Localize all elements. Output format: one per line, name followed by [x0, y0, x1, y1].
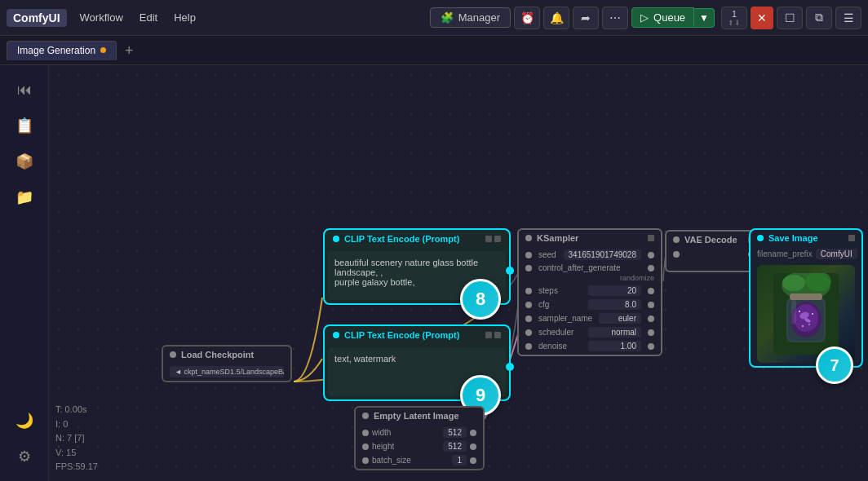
ksampler-port-seed: [525, 252, 532, 258]
add-tab-button[interactable]: +: [120, 43, 139, 58]
tab-image-generation[interactable]: Image Generation: [7, 41, 117, 60]
vae-decode-node[interactable]: VAE Decode: [665, 230, 763, 272]
status-v: V: 15: [55, 446, 98, 461]
latent-image-node[interactable]: Empty Latent Image width 512 height 512: [354, 406, 485, 470]
queue-count: 1 ⬆⬇: [721, 7, 747, 29]
latent-row-width: width 512: [356, 426, 483, 439]
latent-header: Empty Latent Image: [356, 408, 483, 424]
save-badge: 7: [816, 346, 853, 384]
queue-group: ▷ Queue ▼: [631, 7, 715, 28]
ksampler-port-control: [525, 265, 532, 271]
checkpoint-header: Load Checkpoint: [163, 346, 290, 363]
save-header: Save Image: [751, 230, 861, 246]
ksampler-row-scheduler: scheduler normal: [519, 325, 661, 339]
svg-point-14: [808, 324, 810, 325]
clip2-out-port: [506, 363, 514, 371]
clip2-top-port2: [494, 332, 501, 338]
ksampler-body: seed 341651901749028 control_after_gener…: [519, 246, 661, 355]
vae-in-port: [673, 251, 680, 258]
latent-row-height: height 512: [356, 439, 483, 453]
jar-svg: [773, 273, 839, 355]
vae-body: [666, 248, 761, 271]
clip1-out-port: [506, 267, 514, 275]
canvas[interactable]: Load Checkpoint ◄ ckpt_name SD1.5/Landsc…: [49, 65, 868, 481]
ksampler-row-sampler: sampler_name euler: [519, 311, 661, 325]
ksampler-port-seed-out: [648, 252, 654, 258]
svg-point-12: [812, 313, 813, 315]
save-top-port: [848, 235, 855, 241]
ksampler-dot: [525, 235, 532, 241]
clip1-badge: 8: [460, 279, 501, 320]
save-filename-row: filename_prefix ComfyUI: [751, 246, 861, 262]
ksampler-top-port: [648, 235, 654, 241]
sidebar-icon-history[interactable]: ⏮: [10, 75, 39, 104]
clip1-header: CLIP Text Encode (Prompt): [325, 230, 509, 248]
window-icon-btn[interactable]: ☐: [777, 7, 803, 29]
latent-dot: [362, 413, 369, 419]
sidebar-icon-settings[interactable]: ⚙: [10, 442, 39, 471]
clip2-top-port: [485, 332, 492, 338]
interrupt-icon-btn[interactable]: 🔔: [543, 7, 569, 29]
tab-label: Image Generation: [17, 45, 95, 56]
svg-point-11: [799, 311, 800, 312]
ksampler-row-denoise: denoise 1.00: [519, 339, 661, 353]
split-icon-btn[interactable]: ⧉: [806, 7, 832, 29]
sidebar-icon-folder[interactable]: 📁: [10, 183, 39, 212]
svg-rect-15: [791, 300, 796, 324]
ksampler-node[interactable]: KSampler seed 341651901749028 control_af…: [517, 228, 662, 356]
save-dot: [757, 235, 764, 241]
puzzle-icon: 🧩: [441, 11, 454, 24]
ksampler-header: KSampler: [519, 230, 661, 246]
clip2-header: CLIP Text Encode (Prompt): [325, 326, 509, 344]
brand-logo: ComfyUI: [7, 9, 67, 27]
load-checkpoint-node[interactable]: Load Checkpoint ◄ ckpt_name SD1.5/Landsc…: [162, 345, 292, 382]
svg-point-2: [782, 275, 805, 291]
close-button[interactable]: ✕: [751, 7, 773, 29]
status-bar: T: 0.00s I: 0 N: 7 [7] V: 15 FPS:59.17: [55, 403, 98, 474]
sidebar-icon-moon[interactable]: 🌙: [10, 406, 39, 435]
svg-point-13: [802, 325, 804, 327]
ksampler-row-cfg: cfg 8.0: [519, 298, 661, 311]
menu-workflow[interactable]: Workflow: [73, 8, 130, 27]
svg-rect-6: [790, 293, 822, 300]
latent-row-batch: batch_size 1: [356, 453, 483, 467]
ksampler-row-steps: steps 20: [519, 284, 661, 298]
status-i: I: 0: [55, 417, 98, 432]
save-image-node[interactable]: Save Image filename_prefix ComfyUI: [749, 228, 863, 368]
play-icon: ▷: [640, 11, 649, 24]
ksampler-row-control: control_after_generate: [519, 262, 661, 274]
more-icon-btn[interactable]: ⋯: [602, 7, 628, 29]
menu-icon-btn[interactable]: ☰: [835, 7, 861, 29]
top-bar: ComfyUI Workflow Edit Help 🧩 Manager ⏰ 🔔…: [0, 0, 868, 36]
menu-edit[interactable]: Edit: [133, 8, 164, 27]
latent-body: width 512 height 512 batch_size 1: [356, 424, 483, 469]
manager-button[interactable]: 🧩 Manager: [430, 7, 511, 28]
clip2-dot: [333, 332, 339, 338]
sidebar-icon-cube[interactable]: 📦: [10, 147, 39, 176]
tab-modified-dot: [100, 47, 106, 53]
clip-positive-node[interactable]: CLIP Text Encode (Prompt) beautiful scen…: [323, 228, 511, 305]
clip1-dot: [333, 236, 339, 242]
clip1-top-port: [485, 236, 492, 242]
ksampler-row-seed: seed 341651901749028: [519, 248, 661, 262]
clip1-top-port2: [494, 236, 501, 242]
sidebar: ⏮ 📋 📦 📁 🌙 ⚙: [0, 65, 49, 481]
queue-button[interactable]: ▷ Queue: [631, 7, 694, 28]
tab-bar: Image Generation +: [0, 36, 868, 65]
status-time: T: 0.00s: [55, 403, 98, 417]
menu-help[interactable]: Help: [167, 8, 202, 27]
history-icon-btn[interactable]: ⏰: [514, 7, 540, 29]
queue-dropdown-button[interactable]: ▼: [694, 8, 715, 28]
sidebar-icon-notes[interactable]: 📋: [10, 111, 39, 140]
checkpoint-dot: [170, 351, 176, 358]
vae-dot: [673, 236, 680, 243]
checkpoint-select[interactable]: ◄ ckpt_name SD1.5/LandscapeB/N0r1.0... ▶: [170, 366, 284, 377]
vae-header: VAE Decode: [666, 232, 761, 248]
share-icon-btn[interactable]: ➦: [573, 7, 599, 29]
main-layout: ⏮ 📋 📦 📁 🌙 ⚙: [0, 65, 868, 481]
status-fps: FPS:59.17: [55, 460, 98, 474]
status-n: N: 7 [7]: [55, 431, 98, 446]
clip-negative-node[interactable]: CLIP Text Encode (Prompt) text, watermar…: [323, 324, 511, 401]
